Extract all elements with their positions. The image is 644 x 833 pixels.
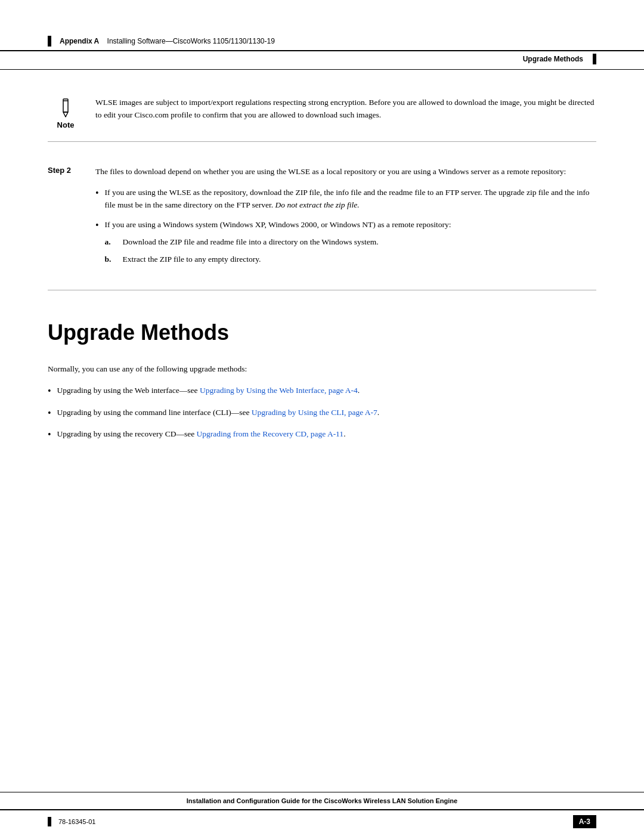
bullet-2-content: If you are using a Windows system (Windo… <box>105 219 451 271</box>
note-label: Note <box>57 120 75 129</box>
step2-section: Step 2 The files to download depend on w… <box>48 154 596 290</box>
step2-content: The files to download depend on whether … <box>95 166 596 278</box>
sub-text-a: Download the ZIP file and readme file in… <box>123 236 379 249</box>
step2-intro: The files to download depend on whether … <box>95 166 596 178</box>
upgrade-methods-heading: Upgrade Methods <box>48 320 596 345</box>
sub-label-b: b. <box>105 253 117 266</box>
upgrade-methods-list: Upgrading by using the Web interface—see… <box>48 385 596 441</box>
bullet-item-2: If you are using a Windows system (Windo… <box>95 219 596 271</box>
sub-list: a. Download the ZIP file and readme file… <box>105 236 451 266</box>
bottom-footer: Installation and Configuration Guide for… <box>0 792 644 833</box>
page: Appendix A Installing Software—CiscoWork… <box>0 0 644 833</box>
bullet-item-1: If you are using the WLSE as the reposit… <box>95 187 596 212</box>
web-interface-link[interactable]: Upgrading by Using the Web Interface, pa… <box>200 386 358 395</box>
header-bar-right <box>593 54 596 64</box>
header-bar-left <box>48 36 51 47</box>
bullet-1-text: If you are using the WLSE as the reposit… <box>105 187 596 212</box>
main-content: Note WLSE images are subject to import/e… <box>0 70 644 442</box>
note-icon-area: Note <box>48 97 83 129</box>
note-icon <box>55 97 76 118</box>
footer-bar <box>48 817 51 826</box>
link-text-cli: Upgrading by using the command line inte… <box>57 407 380 420</box>
step2-bullets: If you are using the WLSE as the reposit… <box>95 187 596 271</box>
svg-marker-1 <box>63 112 68 117</box>
link-item-cli: Upgrading by using the command line inte… <box>48 407 596 420</box>
recovery-cd-link[interactable]: Upgrading from the Recovery CD, page A-1… <box>197 429 344 438</box>
link-text-web: Upgrading by using the Web interface—see… <box>57 385 360 398</box>
sub-label-a: a. <box>105 236 117 249</box>
step2-label: Step 2 <box>48 166 83 278</box>
footer-doc-number: 78-16345-01 <box>48 817 95 826</box>
upgrade-methods-intro: Normally, you can use any of the followi… <box>48 363 596 376</box>
top-header: Appendix A Installing Software—CiscoWork… <box>0 0 644 51</box>
cli-link[interactable]: Upgrading by Using the CLI, page A-7 <box>252 408 377 417</box>
appendix-label: Appendix A Installing Software—CiscoWork… <box>60 37 275 45</box>
sub-text-b: Extract the ZIP file to any empty direct… <box>123 253 261 266</box>
sub-item-a: a. Download the ZIP file and readme file… <box>105 236 451 249</box>
second-header: Upgrade Methods <box>0 51 644 70</box>
footer-bottom-bar: 78-16345-01 A-3 <box>0 810 644 833</box>
footer-main-text: Installation and Configuration Guide for… <box>0 792 644 810</box>
section-title-header: Upgrade Methods <box>523 54 596 64</box>
bullet-2-text: If you are using a Windows system (Windo… <box>105 219 451 231</box>
footer-page: A-3 <box>573 815 596 828</box>
note-box: Note WLSE images are subject to import/e… <box>48 88 596 142</box>
link-text-cd: Upgrading by using the recovery CD—see U… <box>57 428 346 441</box>
italic-note: Do not extract the zip file. <box>275 200 360 209</box>
sub-item-b: b. Extract the ZIP file to any empty dir… <box>105 253 451 266</box>
link-item-cd: Upgrading by using the recovery CD—see U… <box>48 428 596 441</box>
header-left: Appendix A Installing Software—CiscoWork… <box>48 36 275 47</box>
link-item-web: Upgrading by using the Web interface—see… <box>48 385 596 398</box>
note-content: WLSE images are subject to import/export… <box>95 97 596 129</box>
